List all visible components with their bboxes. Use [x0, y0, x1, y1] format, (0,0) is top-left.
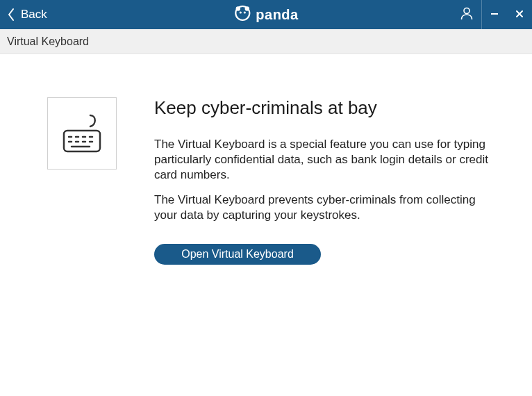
titlebar: Back panda	[0, 0, 532, 29]
user-account-button[interactable]	[451, 0, 482, 29]
brand-name: panda	[256, 7, 298, 23]
svg-point-2	[245, 6, 249, 10]
window-controls	[451, 0, 532, 29]
back-label: Back	[21, 8, 47, 22]
svg-point-1	[236, 6, 240, 10]
svg-point-5	[464, 8, 469, 14]
main-content: Keep cyber-criminals at bay The Virtual …	[0, 54, 532, 265]
user-icon	[459, 6, 474, 24]
svg-point-3	[240, 11, 242, 13]
chevron-left-icon	[7, 8, 15, 22]
page-title: Virtual Keyboard	[7, 35, 89, 48]
breadcrumb-bar: Virtual Keyboard	[0, 29, 532, 54]
minimize-icon	[490, 8, 499, 22]
svg-point-4	[244, 11, 246, 13]
feature-paragraph-1: The Virtual Keyboard is a special featur…	[154, 137, 489, 183]
minimize-button[interactable]	[482, 0, 507, 29]
feature-heading: Keep cyber-criminals at bay	[154, 97, 489, 119]
brand-logo: panda	[233, 4, 298, 25]
close-icon	[515, 8, 524, 22]
open-virtual-keyboard-button[interactable]: Open Virtual Keyboard	[154, 244, 321, 265]
text-column: Keep cyber-criminals at bay The Virtual …	[154, 97, 503, 265]
panda-icon	[233, 4, 251, 25]
feature-icon-card	[47, 97, 117, 170]
virtual-keyboard-icon	[57, 107, 107, 160]
close-button[interactable]	[507, 0, 532, 29]
feature-paragraph-2: The Virtual Keyboard prevents cyber-crim…	[154, 192, 489, 223]
back-button[interactable]: Back	[0, 8, 47, 22]
